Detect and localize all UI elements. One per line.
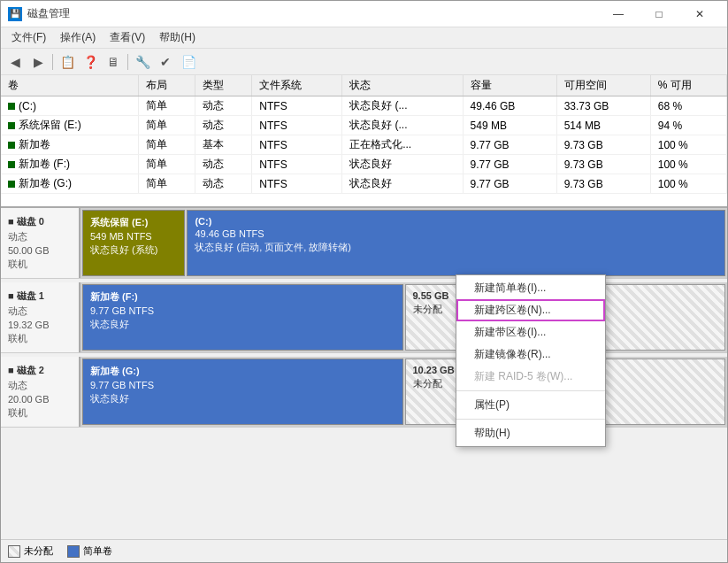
- disk-name: ■ 磁盘 0: [8, 215, 72, 228]
- disk-type: 动态: [8, 305, 72, 318]
- table-row[interactable]: (C:) 简单 动态 NTFS 状态良好 (... 49.46 GB 33.73…: [1, 96, 727, 116]
- disk-name: ■ 磁盘 2: [8, 364, 72, 377]
- partition[interactable]: (C:) 49.46 GB NTFS 状态良好 (启动, 页面文件, 故障转储): [187, 210, 725, 276]
- partition[interactable]: 新加卷 (F:) 9.77 GB NTFS 状态良好: [82, 284, 403, 351]
- disk-icon: [8, 181, 15, 188]
- cell-free: 33.73 GB: [556, 96, 650, 116]
- disk-icon: [8, 142, 15, 149]
- col-capacity: 容量: [463, 75, 556, 96]
- legend-unallocated: 未分配: [8, 544, 53, 558]
- cell-free: 9.73 GB: [556, 135, 650, 155]
- partition-size: 9.77 GB NTFS: [90, 305, 395, 316]
- cell-fs: NTFS: [252, 174, 342, 194]
- table-row[interactable]: 新加卷 (G:) 简单 动态 NTFS 状态良好 9.77 GB 9.73 GB…: [1, 174, 727, 194]
- legend-simple-label: 简单卷: [83, 544, 112, 558]
- table-row[interactable]: 新加卷 (F:) 简单 动态 NTFS 状态良好 9.77 GB 9.73 GB…: [1, 155, 727, 174]
- toolbar-btn1[interactable]: 📋: [57, 52, 78, 72]
- maximize-button[interactable]: □: [639, 1, 679, 27]
- legend-simple-box: [67, 545, 80, 558]
- cell-capacity: 9.77 GB: [463, 174, 556, 194]
- window-title: 磁盘管理: [27, 6, 70, 21]
- cell-layout: 简单: [138, 116, 195, 135]
- ctx-properties[interactable]: 属性(P): [456, 394, 605, 416]
- cell-vol: (C:): [1, 96, 138, 116]
- toolbar-btn2[interactable]: ❓: [80, 52, 101, 72]
- disk-label-2: ■ 磁盘 2 动态 20.00 GB 联机: [1, 357, 80, 427]
- toolbar-separator-1: [52, 54, 53, 70]
- table-row[interactable]: 系统保留 (E:) 简单 动态 NTFS 状态良好 (... 549 MB 51…: [1, 116, 727, 135]
- disk-size: 19.32 GB: [8, 320, 72, 330]
- toolbar: ◀ ▶ 📋 ❓ 🖥 🔧 ✔ 📄: [1, 49, 727, 75]
- disk-row: ■ 磁盘 0 动态 50.00 GB 联机 系统保留 (E:) 549 MB N…: [1, 208, 727, 279]
- partition[interactable]: 系统保留 (E:) 549 MB NTFS 状态良好 (系统): [82, 210, 185, 276]
- app-icon: 💾: [8, 7, 22, 21]
- ctx-new-simple[interactable]: 新建简单卷(I)...: [456, 277, 605, 299]
- cell-fs: NTFS: [252, 135, 342, 155]
- cell-vol: 新加卷: [1, 135, 138, 155]
- toolbar-separator-2: [127, 54, 128, 70]
- main-window: 💾 磁盘管理 — □ ✕ 文件(F) 操作(A) 查看(V) 帮助(H) ◀ ▶…: [0, 0, 728, 563]
- toolbar-back[interactable]: ◀: [4, 52, 26, 72]
- legend-unallocated-label: 未分配: [24, 544, 53, 558]
- col-fs: 文件系统: [252, 75, 342, 96]
- title-bar: 💾 磁盘管理 — □ ✕: [1, 1, 727, 27]
- menu-view[interactable]: 查看(V): [103, 28, 152, 47]
- toolbar-btn5[interactable]: ✔: [155, 52, 176, 72]
- disk-status: 联机: [8, 332, 72, 345]
- disk-label-1: ■ 磁盘 1 动态 19.32 GB 联机: [1, 282, 80, 352]
- partition-size: 9.77 GB NTFS: [90, 380, 395, 390]
- cell-layout: 简单: [138, 174, 195, 194]
- cell-layout: 简单: [138, 155, 195, 174]
- cell-capacity: 9.77 GB: [463, 155, 556, 174]
- partition-status: 状态良好 (系统): [90, 243, 177, 257]
- menu-action[interactable]: 操作(A): [53, 28, 103, 47]
- menu-file[interactable]: 文件(F): [4, 28, 53, 47]
- legend-unallocated-box: [8, 545, 20, 558]
- disk-name: ■ 磁盘 1: [8, 289, 72, 303]
- ctx-new-spanned[interactable]: 新建跨区卷(N)...: [456, 299, 605, 321]
- close-button[interactable]: ✕: [679, 1, 720, 27]
- toolbar-btn3[interactable]: 🖥: [103, 52, 124, 72]
- cell-type: 动态: [195, 96, 252, 116]
- cell-capacity: 549 MB: [463, 116, 556, 135]
- partition-name: (C:): [195, 216, 717, 227]
- cell-type: 动态: [195, 174, 252, 194]
- toolbar-btn6[interactable]: 📄: [178, 52, 199, 72]
- menu-bar: 文件(F) 操作(A) 查看(V) 帮助(H): [1, 27, 727, 49]
- disk-map: ■ 磁盘 0 动态 50.00 GB 联机 系统保留 (E:) 549 MB N…: [1, 208, 727, 539]
- cell-free: 514 MB: [556, 116, 650, 135]
- col-status: 状态: [342, 75, 463, 96]
- toolbar-forward[interactable]: ▶: [27, 52, 49, 72]
- col-type: 类型: [195, 75, 252, 96]
- cell-type: 基本: [195, 135, 252, 155]
- disk-status: 联机: [8, 258, 72, 271]
- cell-vol: 系统保留 (E:): [1, 116, 138, 135]
- menu-help[interactable]: 帮助(H): [152, 28, 203, 47]
- minimize-button[interactable]: —: [598, 1, 639, 27]
- toolbar-btn4[interactable]: 🔧: [132, 52, 153, 72]
- context-menu[interactable]: 新建简单卷(I)... 新建跨区卷(N)... 新建带区卷(I)... 新建镜像…: [456, 274, 606, 447]
- volume-table-section: 卷 布局 类型 文件系统 状态 容量 可用空间 % 可用 (C:) 简单 动态 …: [1, 75, 727, 208]
- partition[interactable]: 新加卷 (G:) 9.77 GB NTFS 状态良好: [82, 359, 403, 425]
- cell-status: 状态良好: [342, 174, 463, 194]
- disk-row: ■ 磁盘 2 动态 20.00 GB 联机 新加卷 (G:) 9.77 GB N…: [1, 357, 727, 428]
- disk-row: ■ 磁盘 1 动态 19.32 GB 联机 新加卷 (F:) 9.77 GB N…: [1, 282, 727, 353]
- ctx-new-mirror[interactable]: 新建镜像卷(R)...: [456, 343, 605, 366]
- ctx-new-striped[interactable]: 新建带区卷(I)...: [456, 321, 605, 343]
- disk-size: 50.00 GB: [8, 245, 72, 256]
- disk-status: 联机: [8, 406, 72, 420]
- col-pct: % 可用: [650, 75, 726, 96]
- content-area: 卷 布局 类型 文件系统 状态 容量 可用空间 % 可用 (C:) 简单 动态 …: [1, 75, 727, 539]
- title-bar-left: 💾 磁盘管理: [8, 6, 70, 21]
- cell-capacity: 9.77 GB: [463, 135, 556, 155]
- cell-fs: NTFS: [252, 96, 342, 116]
- disk-icon: [8, 122, 15, 129]
- ctx-help[interactable]: 帮助(H): [456, 422, 605, 444]
- partition-status: 状态良好: [90, 318, 395, 331]
- cell-vol: 新加卷 (G:): [1, 174, 138, 194]
- table-row[interactable]: 新加卷 简单 基本 NTFS 正在格式化... 9.77 GB 9.73 GB …: [1, 135, 727, 155]
- col-layout: 布局: [138, 75, 195, 96]
- ctx-separator-1: [456, 390, 605, 391]
- cell-status: 状态良好 (...: [342, 116, 463, 135]
- partition-status: 状态良好: [90, 392, 395, 405]
